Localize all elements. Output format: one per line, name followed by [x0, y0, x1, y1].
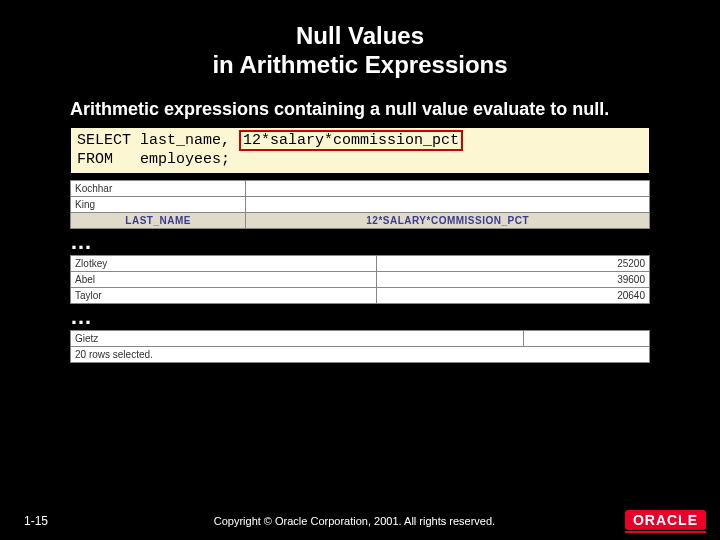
- cell-name: Zlotkey: [71, 256, 377, 272]
- cell-name: Kochhar: [71, 181, 246, 197]
- result-row: Zlotkey25200: [71, 256, 650, 272]
- sql-cols-before: last_name,: [131, 132, 239, 149]
- result-header-row: LAST_NAME12*SALARY*COMMISSION_PCT: [71, 213, 650, 229]
- cell-val: 25200: [376, 256, 649, 272]
- title-line-1: Null Values: [0, 22, 720, 51]
- col-header-name: LAST_NAME: [71, 213, 246, 229]
- title-line-2: in Arithmetic Expressions: [0, 51, 720, 80]
- result-row: King: [71, 197, 650, 213]
- result-rowcount: 20 rows selected.: [70, 347, 650, 363]
- col-header-val: 12*SALARY*COMMISSION_PCT: [246, 213, 650, 229]
- slide-number: 1-15: [24, 514, 84, 528]
- result-row: Kochhar: [71, 181, 650, 197]
- cell-val: 39600: [376, 272, 649, 288]
- result-mid-block: Zlotkey25200 Abel39600 Taylor20640: [70, 255, 650, 304]
- oracle-logo-text: ORACLE: [625, 510, 706, 530]
- cell-name: Gietz: [71, 331, 524, 347]
- slide-subtitle: Arithmetic expressions containing a null…: [70, 98, 650, 121]
- cell-name: King: [71, 197, 246, 213]
- oracle-logo-underline: [625, 531, 706, 533]
- cell-name: Abel: [71, 272, 377, 288]
- cell-val: 20640: [376, 288, 649, 304]
- result-row: Taylor20640: [71, 288, 650, 304]
- result-row: Gietz: [71, 331, 650, 347]
- sql-select-kw: SELECT: [77, 132, 131, 149]
- oracle-logo: ORACLE: [625, 510, 706, 533]
- ellipsis-2: …: [70, 304, 720, 330]
- slide-footer: 1-15 Copyright © Oracle Corporation, 200…: [0, 502, 720, 540]
- result-top-block: Kochhar King LAST_NAME12*SALARY*COMMISSI…: [70, 180, 650, 229]
- result-bottom-block: Gietz: [70, 330, 650, 347]
- slide-title: Null Values in Arithmetic Expressions: [0, 0, 720, 98]
- result-row: Abel39600: [71, 272, 650, 288]
- cell-val: [246, 197, 650, 213]
- cell-name: Taylor: [71, 288, 377, 304]
- sql-code-box: SELECT last_name, 12*salary*commission_p…: [70, 127, 650, 175]
- ellipsis-1: …: [70, 229, 720, 255]
- sql-from-kw: FROM: [77, 151, 113, 168]
- copyright-text: Copyright © Oracle Corporation, 2001. Al…: [84, 515, 625, 527]
- sql-highlighted-expr: 12*salary*commission_pct: [239, 130, 463, 151]
- cell-val: [523, 331, 649, 347]
- sql-table: employees;: [113, 151, 230, 168]
- cell-val: [246, 181, 650, 197]
